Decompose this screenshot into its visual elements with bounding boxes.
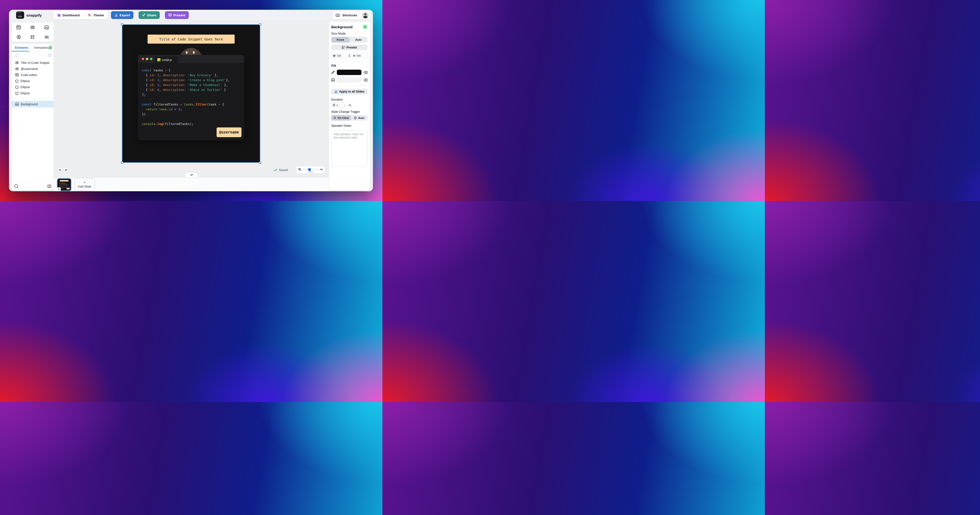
add-code-editor-button[interactable] [12, 23, 25, 32]
canvas[interactable]: Title of Code Snippet Goes here [54, 21, 329, 177]
check-icon [274, 169, 277, 171]
redo-button[interactable] [64, 168, 68, 172]
layer-item-background[interactable]: Background [12, 101, 54, 108]
clear-image-icon[interactable] [363, 78, 368, 82]
add-slide-button[interactable]: + Add Slide [74, 178, 95, 191]
export-button[interactable]: Export [111, 11, 134, 19]
ellipse-icon [15, 79, 19, 83]
zoom-reset-icon[interactable] [320, 168, 323, 171]
undo-button[interactable] [58, 168, 62, 172]
undo-icon [59, 169, 61, 171]
speaker-notes-label: Speaker Notes [331, 124, 368, 127]
layer-item-title[interactable]: Title of Code Snippe [12, 60, 54, 66]
presets-button[interactable]: Presets [331, 44, 368, 50]
feedback-chat-icon[interactable] [14, 184, 18, 188]
add-pattern-button[interactable] [40, 32, 54, 42]
shortcuts-button[interactable]: Shortcuts [342, 13, 357, 17]
height-input[interactable] [356, 54, 366, 57]
layer-item-ellipse-2[interactable]: Ellipse [12, 84, 54, 90]
apply-to-all-slides-button[interactable]: Apply to all Slides [331, 89, 368, 95]
nav-dashboard[interactable]: Dashboard [53, 11, 84, 19]
add-avatar-button[interactable] [12, 32, 25, 42]
image-icon [15, 103, 19, 106]
text-element-icon [30, 25, 35, 30]
eyedropper-icon[interactable] [331, 71, 335, 74]
javascript-icon [158, 58, 161, 62]
code-editor-window[interactable]: script.js const tasks = [ { id: 1, descr… [138, 55, 244, 140]
share-button[interactable]: Share [138, 11, 160, 19]
left-sidebar: Elements Animations ? Title of Code Snip… [9, 21, 54, 191]
width-input[interactable] [336, 54, 345, 57]
history-buttons [58, 168, 68, 172]
text-element-icon [15, 67, 19, 70]
size-inputs: W H [331, 53, 368, 58]
background-docs-button[interactable] [363, 24, 368, 29]
layer-item-ellipse-1[interactable]: Ellipse [12, 78, 54, 84]
clear-color-icon[interactable] [363, 71, 368, 74]
fill-color-swatch[interactable] [337, 70, 361, 75]
slide[interactable]: Title of Code Snippet Goes here [123, 25, 260, 162]
download-icon [115, 13, 118, 17]
help-icon[interactable]: ? [48, 54, 51, 57]
selection-handle-top-right[interactable] [259, 24, 261, 25]
layer-item-ellipse-3[interactable]: Ellipse [12, 90, 54, 96]
keyboard-icon [336, 14, 340, 17]
elements-panel: Elements Animations ? Title of Code Snip… [12, 44, 54, 190]
paint-bucket-icon [334, 90, 338, 93]
plus-icon: + [83, 181, 86, 184]
tab-elements[interactable]: Elements [12, 46, 29, 49]
duration-input[interactable] [336, 104, 341, 107]
link-dimensions-icon[interactable] [348, 54, 350, 57]
layer-item-code-editor[interactable]: Code editor [12, 72, 54, 78]
add-shape-button[interactable] [25, 32, 40, 42]
zoom-control: 100% [296, 166, 325, 173]
speaker-notes-input[interactable] [331, 130, 368, 167]
image-icon[interactable] [331, 78, 335, 82]
elements-docs-button[interactable] [49, 45, 52, 50]
duration-field[interactable]: s [331, 103, 346, 108]
brand-name: snappify [26, 13, 42, 17]
tab-animations[interactable]: Animations [34, 46, 49, 49]
size-mode-fixed[interactable]: Fixed [331, 37, 350, 43]
ellipse-icon [15, 86, 19, 89]
traffic-lights-icon [142, 58, 153, 60]
duration-reset-button[interactable] [348, 104, 351, 106]
size-mode-auto[interactable]: Auto [350, 37, 368, 43]
zoom-slider[interactable] [303, 169, 318, 170]
app-window: <> snappify Dashboard Theme Export Share [9, 10, 373, 191]
waves-icon [45, 35, 49, 39]
divider [331, 86, 368, 86]
code-editor-icon [15, 73, 19, 76]
header-right: Shortcuts [332, 11, 370, 19]
undo-icon [348, 104, 351, 106]
nav-theme[interactable]: Theme [84, 11, 108, 19]
present-button[interactable]: Present [165, 11, 189, 19]
user-avatar[interactable] [362, 12, 369, 18]
add-text-button[interactable] [25, 23, 40, 32]
text-element-icon [15, 61, 19, 64]
username-badge[interactable]: @username [216, 127, 242, 137]
presentation-icon [168, 13, 172, 17]
layer-divider [12, 98, 54, 99]
selection-handle-top-left[interactable] [121, 24, 123, 25]
link-icon [142, 13, 145, 17]
file-tab[interactable]: script.js [155, 57, 178, 63]
fill-image-swatch[interactable] [337, 77, 361, 82]
file-tab-label: script.js [162, 58, 172, 62]
user-circle-icon [17, 35, 21, 39]
duration-row: s [331, 103, 368, 108]
trigger-auto[interactable]: Auto [351, 115, 368, 120]
fill-color-row [331, 70, 368, 75]
slide-thumbnail-1[interactable]: 1 [57, 178, 72, 191]
width-field[interactable]: W [331, 53, 347, 58]
height-field[interactable]: H [352, 53, 368, 58]
title-banner[interactable]: Title of Code Snippet Goes here [148, 35, 235, 44]
collapse-slides-button[interactable] [185, 173, 198, 177]
docs-book-icon[interactable] [47, 184, 51, 188]
add-image-button[interactable] [40, 23, 54, 32]
selection-handle-bottom-left[interactable] [121, 162, 123, 164]
selection-handle-bottom-right[interactable] [259, 162, 261, 164]
layer-item-username[interactable]: @username [12, 66, 54, 72]
trigger-on-click[interactable]: On Click [331, 115, 351, 120]
selection-tool-button[interactable] [14, 52, 19, 58]
